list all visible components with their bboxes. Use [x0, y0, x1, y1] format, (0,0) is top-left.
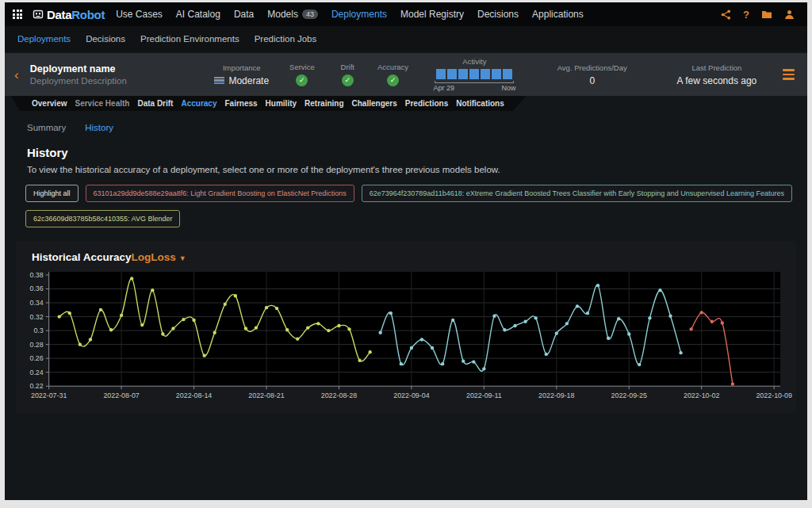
model-filter-button[interactable]: 62e73964f230789ad11b4618: eXtreme Gradie… — [362, 185, 792, 202]
tab-fairness[interactable]: Fairness — [224, 99, 257, 108]
model-filter-button[interactable]: Highlight all — [25, 185, 79, 202]
data-point — [89, 338, 92, 341]
data-point — [472, 360, 475, 363]
svg-text:2022-10-02: 2022-10-02 — [684, 392, 719, 399]
tab-challengers[interactable]: Challengers — [352, 99, 397, 108]
model-filter-buttons: Highlight all63101a29dd9de588e29aa8f6: L… — [25, 185, 806, 227]
tab-accuracy[interactable]: Accuracy — [181, 99, 216, 108]
data-point — [234, 294, 237, 297]
folder-icon[interactable] — [761, 10, 772, 19]
activity-bar — [447, 69, 457, 79]
data-point — [296, 337, 299, 340]
top-nav-icons: ? — [721, 9, 795, 21]
accuracy-status-ok-icon: ✓ — [387, 74, 399, 86]
data-point — [389, 311, 393, 315]
data-point — [79, 342, 82, 346]
user-icon[interactable] — [784, 10, 795, 20]
avg-predictions-value: 0 — [534, 75, 651, 86]
svg-text:2022-08-14: 2022-08-14 — [176, 392, 212, 399]
data-point — [347, 327, 350, 330]
svg-text:2022-09-25: 2022-09-25 — [611, 392, 647, 399]
data-point — [285, 328, 289, 331]
data-point — [492, 315, 496, 318]
svg-text:0.38: 0.38 — [29, 271, 43, 279]
data-point — [58, 315, 61, 318]
data-point — [503, 328, 506, 331]
robot-icon — [32, 8, 44, 21]
data-point — [99, 308, 102, 311]
subnav-prediction-environments[interactable]: Prediction Environments — [140, 34, 239, 44]
data-point — [161, 332, 164, 335]
svg-text:2022-08-28: 2022-08-28 — [321, 392, 357, 399]
tab-service-health[interactable]: Service Health — [75, 99, 129, 108]
chevron-down-icon: ▼ — [179, 254, 186, 262]
data-point — [513, 324, 516, 327]
svg-text:2022-09-04: 2022-09-04 — [393, 392, 429, 399]
data-point — [410, 346, 413, 349]
svg-text:2022-10-09: 2022-10-09 — [756, 392, 791, 399]
nav-ai-catalog[interactable]: AI Catalog — [176, 9, 220, 20]
deployment-menu-icon[interactable] — [783, 69, 798, 80]
help-icon[interactable]: ? — [743, 9, 749, 21]
history-description: To view the historical accuracy of a dep… — [27, 165, 807, 174]
data-point — [523, 320, 527, 323]
activity-start: Apr 29 — [433, 84, 454, 92]
deployment-tabs-row: Overview Service Health Data Drift Accur… — [5, 96, 807, 111]
secondary-nav: Deployments Decisions Prediction Environ… — [5, 26, 807, 52]
model-filter-button[interactable]: 62c36609d83785b58c410355: AVG Blender — [25, 210, 180, 227]
last-prediction-value: A few seconds ago — [651, 75, 783, 86]
tab-data-drift[interactable]: Data Drift — [137, 99, 173, 108]
tab-humility[interactable]: Humility — [266, 99, 297, 108]
share-icon[interactable] — [721, 10, 731, 20]
activity-metric: Activity Apr 29 Now — [416, 57, 533, 92]
data-point — [658, 288, 661, 292]
data-point — [607, 337, 610, 340]
app-grid-icon[interactable] — [13, 10, 22, 19]
back-chevron-icon[interactable]: ‹ — [14, 68, 30, 82]
app-window: DataRobot Use Cases AI Catalog Data Mode… — [5, 2, 807, 500]
nav-decisions[interactable]: Decisions — [477, 9, 519, 20]
subtab-summary[interactable]: Summary — [27, 123, 66, 132]
datarobot-logo[interactable]: DataRobot — [32, 8, 105, 21]
data-point — [316, 322, 320, 325]
data-point — [648, 316, 651, 319]
nav-models[interactable]: Models43 — [267, 9, 318, 20]
subnav-deployments[interactable]: Deployments — [17, 34, 71, 44]
data-point — [420, 338, 423, 341]
models-count-badge: 43 — [302, 10, 318, 19]
activity-bar — [436, 69, 446, 79]
data-point — [130, 277, 133, 280]
data-point — [368, 350, 371, 353]
deployment-name: Deployment name — [30, 63, 205, 74]
activity-end: Now — [501, 84, 515, 92]
data-point — [68, 311, 71, 315]
tab-overview[interactable]: Overview — [32, 99, 67, 108]
metric-dropdown[interactable]: LogLoss▼ — [132, 251, 186, 263]
nav-data[interactable]: Data — [234, 9, 254, 20]
deployment-description: Deployment Description — [30, 76, 205, 86]
subnav-prediction-jobs[interactable]: Prediction Jobs — [255, 34, 317, 44]
tab-retraining[interactable]: Retraining — [304, 99, 343, 108]
subtab-history[interactable]: History — [85, 123, 113, 132]
data-point — [627, 332, 630, 335]
nav-applications[interactable]: Applications — [532, 9, 584, 20]
nav-deployments[interactable]: Deployments — [331, 9, 387, 20]
data-point — [244, 327, 247, 330]
data-point — [638, 363, 641, 366]
data-point — [668, 315, 672, 318]
model-filter-button[interactable]: 63101a29dd9de588e29aa8f6: Light Gradient… — [86, 185, 354, 202]
activity-bar — [503, 69, 512, 79]
activity-bars — [416, 69, 533, 79]
top-nav: DataRobot Use Cases AI Catalog Data Mode… — [5, 2, 807, 26]
svg-text:2022-09-18: 2022-09-18 — [538, 392, 574, 399]
tab-predictions[interactable]: Predictions — [405, 99, 448, 108]
subnav-decisions[interactable]: Decisions — [86, 34, 125, 44]
nav-model-registry[interactable]: Model Registry — [400, 9, 464, 20]
data-point — [202, 353, 205, 357]
svg-text:0.3: 0.3 — [33, 327, 43, 334]
nav-use-cases[interactable]: Use Cases — [116, 9, 163, 20]
importance-metric: Importance Moderate — [204, 63, 279, 86]
data-point — [120, 314, 123, 317]
tab-notifications[interactable]: Notifications — [456, 99, 504, 108]
deployment-header: ‹ Deployment name Deployment Description… — [5, 53, 807, 96]
